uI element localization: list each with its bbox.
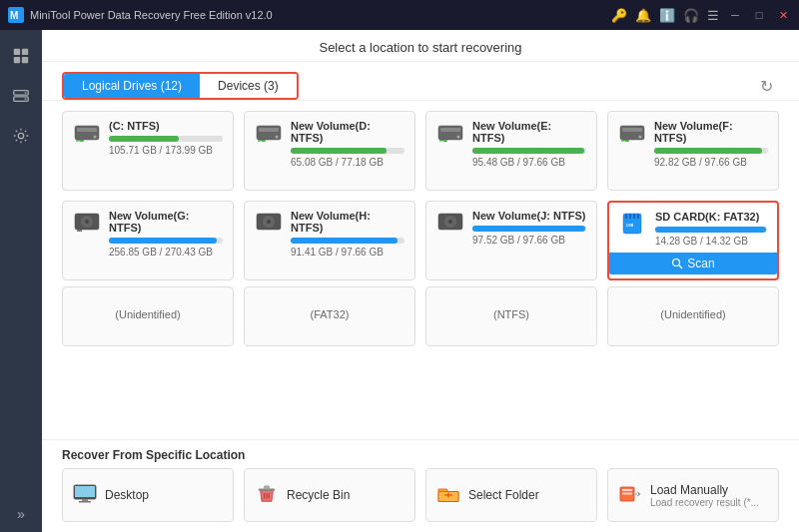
drive-c-size: 105.71 GB / 173.99 GB [109,145,223,156]
sidebar-item-grid[interactable] [5,40,37,72]
svg-rect-5 [22,57,28,63]
recycle-icon [255,484,279,507]
titlebar-controls: 🔑 🔔 ℹ️ 🎧 ☰ ─ □ ✕ [611,7,791,23]
header-text: Select a location to start recovering [319,40,521,55]
drive-d-header: SSD New Volume(D: NTFS) 65.08 GB / 77.18… [255,120,404,168]
drive-d-info: New Volume(D: NTFS) 65.08 GB / 77.18 GB [291,120,404,168]
svg-rect-3 [22,49,28,55]
specific-card-folder[interactable]: Select Folder [425,468,597,522]
scan-button-label: Scan [687,257,714,270]
svg-point-37 [267,220,271,224]
svg-rect-17 [259,128,279,132]
drive-j-info: New Volume(J: NTFS) 97.52 GB / 97.66 GB [472,210,586,246]
drive-j-name: New Volume(J: NTFS) [472,210,586,222]
svg-rect-52 [79,501,91,503]
drive-card-header: SSD (C: NTFS) 105.71 GB / 173.99 GB [73,120,223,156]
drive-card-f[interactable]: SSD New Volume(F: NTFS) 92.82 GB / 97.66… [607,111,779,191]
page-header: Select a location to start recovering [42,30,799,62]
svg-rect-53 [259,488,275,490]
minimize-button[interactable]: ─ [727,7,743,23]
key-icon[interactable]: 🔑 [611,8,627,23]
svg-rect-12 [77,128,97,132]
specific-grid: Desktop Recycle Bin [62,468,779,522]
info-icon[interactable]: ℹ️ [659,8,675,23]
svg-rect-43 [629,214,631,219]
drive-k-icon: USB [619,213,647,238]
drive-card-k[interactable]: USB SD CARD(K: FAT32) 14.28 GB / 14.32 G… [607,201,779,280]
drive-card-g[interactable]: New Volume(G: NTFS) 256.85 GB / 270.43 G… [62,201,234,280]
tab-devices[interactable]: Devices (3) [200,74,297,98]
svg-rect-42 [625,214,627,219]
sidebar-item-drive[interactable] [5,80,37,112]
svg-point-10 [18,133,23,138]
drive-h-name: New Volume(H: NTFS) [291,210,404,234]
unidentified-card-2[interactable]: (FAT32) [244,286,415,346]
main-content: Select a location to start recovering Lo… [42,30,799,532]
drive-card-c[interactable]: SSD (C: NTFS) 105.71 GB / 173.99 GB [62,111,234,191]
unidentified-card-4[interactable]: (Unidentified) [607,286,779,346]
specific-card-recycle[interactable]: Recycle Bin [244,468,415,522]
drive-card-h[interactable]: New Volume(H: NTFS) 91.41 GB / 97.66 GB [244,201,415,280]
specific-card-desktop[interactable]: Desktop [62,468,234,522]
specific-section-title: Recover From Specific Location [62,440,779,468]
menu-icon[interactable]: ☰ [707,8,719,23]
svg-rect-22 [440,128,460,132]
refresh-button[interactable]: ↻ [754,75,779,98]
app-title: MiniTool Power Data Recovery Free Editio… [30,9,605,21]
svg-line-48 [679,266,682,268]
unidentified-card-1[interactable]: (Unidentified) [62,286,234,346]
svg-rect-44 [633,214,635,219]
app-icon: M [8,7,24,23]
drive-hdd-icon: SSD [73,122,101,147]
svg-point-9 [25,98,27,100]
svg-point-18 [276,136,279,139]
specific-card-load[interactable]: Load Manually Load recovery result (*... [607,468,779,522]
drive-j-icon [436,212,464,237]
svg-point-23 [457,136,460,139]
svg-rect-2 [14,49,20,55]
drive-e-size: 95.48 GB / 97.66 GB [472,157,586,168]
drive-d-size: 65.08 GB / 77.18 GB [291,157,404,168]
unidentified-card-3[interactable]: (NTFS) [425,286,597,346]
desktop-icon [73,484,97,507]
drive-g-size: 256.85 GB / 270.43 GB [109,247,223,258]
headphone-icon[interactable]: 🎧 [683,8,699,23]
svg-rect-54 [264,485,269,488]
app-body: » Select a location to start recovering … [0,30,799,532]
drive-c-bar [109,136,179,142]
svg-rect-63 [622,492,632,494]
drive-g-info: New Volume(G: NTFS) 256.85 GB / 270.43 G… [109,210,223,258]
drive-f-name: New Volume(F: NTFS) [654,120,768,144]
drive-card-d[interactable]: SSD New Volume(D: NTFS) 65.08 GB / 77.18… [244,111,415,191]
recycle-label: Recycle Bin [287,488,350,502]
maximize-button[interactable]: □ [751,7,767,23]
drive-e-info: New Volume(E: NTFS) 95.48 GB / 97.66 GB [472,120,586,168]
drive-card-e[interactable]: SSD New Volume(E: NTFS) 95.48 GB / 97.66… [425,111,597,191]
folder-icon [436,484,460,507]
drive-card-j[interactable]: New Volume(J: NTFS) 97.52 GB / 97.66 GB [425,201,597,280]
sidebar-item-settings[interactable] [5,120,37,152]
drive-k-name: SD CARD(K: FAT32) [655,211,767,223]
drive-j-size: 97.52 GB / 97.66 GB [472,235,586,246]
drives-section: SSD (C: NTFS) 105.71 GB / 173.99 GB [42,101,799,439]
bell-icon[interactable]: 🔔 [635,8,651,23]
unidentified-grid: (Unidentified) (FAT32) (NTFS) (Unidentif… [62,286,779,346]
tabs-area: Logical Drives (12) Devices (3) ↻ [42,62,799,101]
close-button[interactable]: ✕ [775,7,791,23]
drives-grid-row2: New Volume(G: NTFS) 256.85 GB / 270.43 G… [62,201,779,280]
svg-rect-45 [637,214,639,219]
svg-rect-51 [82,499,88,501]
tabs-wrapper: Logical Drives (12) Devices (3) [62,72,299,100]
drives-grid-row1: SSD (C: NTFS) 105.71 GB / 173.99 GB [62,111,779,191]
load-manually-sub: Load recovery result (*... [650,497,759,508]
drive-h-size: 91.41 GB / 97.66 GB [291,247,404,258]
sidebar-expand-button[interactable]: » [17,506,25,522]
drive-c-name: (C: NTFS) [109,120,223,132]
scan-button[interactable]: Scan [609,253,777,274]
tab-logical-drives[interactable]: Logical Drives (12) [64,74,200,98]
svg-rect-50 [75,486,95,497]
drive-k-info: SD CARD(K: FAT32) 14.28 GB / 14.32 GB [655,211,767,247]
svg-text:USB: USB [626,224,634,228]
svg-rect-4 [14,57,20,63]
svg-point-28 [639,136,642,139]
